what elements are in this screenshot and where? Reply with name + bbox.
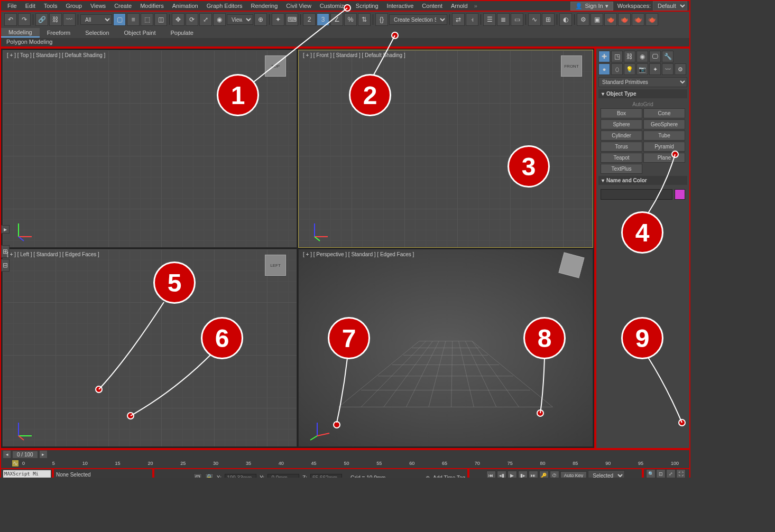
selection-lock-button[interactable]: 🔒	[205, 473, 214, 478]
x-coord-input[interactable]	[225, 474, 256, 478]
link-button[interactable]: 🔗	[35, 13, 48, 26]
toggle-ribbon-button[interactable]: ▭	[511, 13, 523, 26]
key-filter-dropdown[interactable]: Selected	[588, 470, 625, 478]
utilities-tab-button[interactable]: 🔧	[662, 51, 673, 62]
lights-category-button[interactable]: 💡	[624, 63, 635, 75]
unlink-button[interactable]: ⛓	[49, 13, 62, 26]
ribbon-panel-label[interactable]: Polygon Modeling	[0, 38, 690, 48]
viewport-top[interactable]: [ + ] [ Top ] [ Standard ] [ Default Sha…	[2, 50, 297, 248]
render-setup-button[interactable]: ⚙	[577, 13, 589, 26]
next-frame-button[interactable]: ▮▸	[518, 471, 528, 478]
ref-coord-system-dropdown[interactable]: View	[227, 14, 253, 25]
menu-scripting[interactable]: Scripting	[352, 2, 383, 10]
primitive-pyramid-button[interactable]: Pyramid	[643, 142, 685, 152]
viewcube-top[interactable]: TOP	[265, 55, 286, 77]
menu-tools[interactable]: Tools	[40, 2, 62, 10]
primitive-cone-button[interactable]: Cone	[643, 108, 685, 118]
menu-overflow-icon[interactable]: »	[474, 3, 477, 9]
track-bar[interactable]: ∿ 05101520253035404550556065707580859095…	[0, 459, 690, 468]
render-iterative-button[interactable]: 🫖	[618, 13, 631, 26]
render-active-shade-button[interactable]: 🫖	[632, 13, 644, 26]
maxscript-listener-input[interactable]: MAXScript Mi	[3, 470, 51, 478]
window-crossing-button[interactable]: ◫	[154, 13, 167, 26]
schematic-view-button[interactable]: ⊞	[542, 13, 555, 26]
spacewarps-category-button[interactable]: 〰	[662, 63, 673, 75]
goto-end-button[interactable]: ⏭	[529, 471, 538, 478]
select-by-name-button[interactable]: ≡	[127, 13, 140, 26]
viewport-front-label[interactable]: [ + ] [ Front ] [ Standard ] [ Default S…	[303, 52, 405, 58]
tab-object-paint[interactable]: Object Paint	[117, 29, 163, 37]
primitive-box-button[interactable]: Box	[601, 108, 642, 118]
menu-civil-view[interactable]: Civil View	[282, 2, 315, 10]
add-time-tag-button[interactable]: Add Time Tag	[433, 475, 465, 478]
redo-button[interactable]: ↷	[18, 13, 31, 26]
zoom-extents-all-button[interactable]: ⛶	[676, 469, 686, 478]
percent-snap-button[interactable]: %	[344, 13, 357, 26]
menu-customize[interactable]: Customize	[316, 2, 352, 10]
toggle-layer-explorer-button[interactable]: ≣	[497, 13, 510, 26]
primitive-cylinder-button[interactable]: Cylinder	[601, 130, 642, 141]
selection-filter-dropdown[interactable]: All	[80, 14, 112, 25]
isolate-selection-button[interactable]: ⊡	[193, 473, 202, 478]
goto-start-button[interactable]: ⏮	[486, 471, 496, 478]
key-mode-button[interactable]: 🔑	[539, 471, 549, 478]
use-pivot-center-button[interactable]: ⊕	[254, 13, 267, 26]
cameras-category-button[interactable]: 📷	[636, 63, 648, 75]
display-tab-button[interactable]: 🖵	[649, 51, 661, 62]
named-selection-dropdown[interactable]: Create Selection Se	[389, 14, 447, 25]
name-color-rollout-header[interactable]: ▾ Name and Color	[598, 176, 687, 185]
keyboard-shortcut-button[interactable]: ⌨	[285, 13, 298, 26]
zoom-all-button[interactable]: ⊡	[656, 469, 666, 478]
viewport-top-label[interactable]: [ + ] [ Top ] [ Standard ] [ Default Sha…	[7, 52, 105, 58]
shapes-category-button[interactable]: ⬯	[611, 63, 623, 75]
autogrid-checkbox[interactable]: AutoGrid	[601, 100, 685, 108]
time-config-button[interactable]: ⏱	[550, 471, 559, 478]
modify-tab-button[interactable]: ◳	[611, 51, 623, 62]
align-button[interactable]: ⫞	[466, 13, 478, 26]
menu-content[interactable]: Content	[418, 2, 447, 10]
toggle-scene-explorer-button[interactable]: ☰	[483, 13, 496, 26]
object-type-rollout-header[interactable]: ▾ Object Type	[598, 89, 687, 98]
slider-prev-button[interactable]: ◂	[3, 451, 11, 458]
tab-selection[interactable]: Selection	[78, 29, 116, 37]
hierarchy-tab-button[interactable]: ⛓	[624, 51, 635, 62]
menu-rendering[interactable]: Rendering	[247, 2, 282, 10]
systems-category-button[interactable]: ⚙	[675, 63, 686, 75]
menu-modifiers[interactable]: Modifiers	[136, 2, 168, 10]
spinner-snap-button[interactable]: ⇅	[358, 13, 371, 26]
zoom-button[interactable]: 🔍	[646, 469, 656, 478]
tab-populate[interactable]: Populate	[163, 29, 200, 37]
select-object-button[interactable]: ▢	[113, 13, 126, 26]
viewport-left[interactable]: [ + ] [ Left ] [ Standard ] [ Edged Face…	[2, 249, 297, 447]
menu-group[interactable]: Group	[61, 2, 86, 10]
geometry-category-button[interactable]: ●	[598, 63, 610, 75]
sign-in-button[interactable]: 👤 Sign In ▾	[570, 2, 613, 11]
rendered-frame-window-button[interactable]: ▣	[591, 13, 603, 26]
select-region-rect-button[interactable]: ⬚	[141, 13, 153, 26]
select-move-button[interactable]: ✥	[172, 13, 184, 26]
curve-editor-button[interactable]: ∿	[528, 13, 541, 26]
primitive-tube-button[interactable]: Tube	[643, 130, 685, 141]
select-rotate-button[interactable]: ⟳	[186, 13, 198, 26]
mirror-button[interactable]: ⇄	[452, 13, 465, 26]
trackbar-toggle-button[interactable]: ∿	[12, 460, 19, 467]
angle-snap-button[interactable]: ∠	[330, 13, 343, 26]
viewport-front[interactable]: [ + ] [ Front ] [ Standard ] [ Default S…	[298, 50, 593, 248]
viewcube-front[interactable]: FRONT	[561, 55, 582, 77]
viewport-perspective-label[interactable]: [ + ] [ Perspective ] [ Standard ] [ Edg…	[303, 251, 414, 257]
primitive-category-dropdown[interactable]: Standard Primitives	[598, 77, 687, 87]
render-cloud-button[interactable]: 🫖	[645, 13, 658, 26]
snap-2d-button[interactable]: 2	[303, 13, 316, 26]
tab-modeling[interactable]: Modeling	[1, 28, 40, 38]
primitive-sphere-button[interactable]: Sphere	[601, 119, 642, 129]
render-production-button[interactable]: 🫖	[604, 13, 617, 26]
select-manipulate-button[interactable]: ✦	[272, 13, 284, 26]
menu-edit[interactable]: Edit	[21, 2, 40, 10]
viewport-expand-button[interactable]: ▸	[1, 225, 10, 234]
primitive-plane-button[interactable]: Plane	[643, 153, 685, 163]
z-coord-input[interactable]	[310, 474, 342, 478]
edit-named-selection-button[interactable]: {}	[375, 13, 388, 26]
primitive-geosphere-button[interactable]: GeoSphere	[643, 119, 685, 129]
menu-graph-editors[interactable]: Graph Editors	[202, 2, 247, 10]
viewcube-left[interactable]: LEFT	[265, 255, 286, 276]
